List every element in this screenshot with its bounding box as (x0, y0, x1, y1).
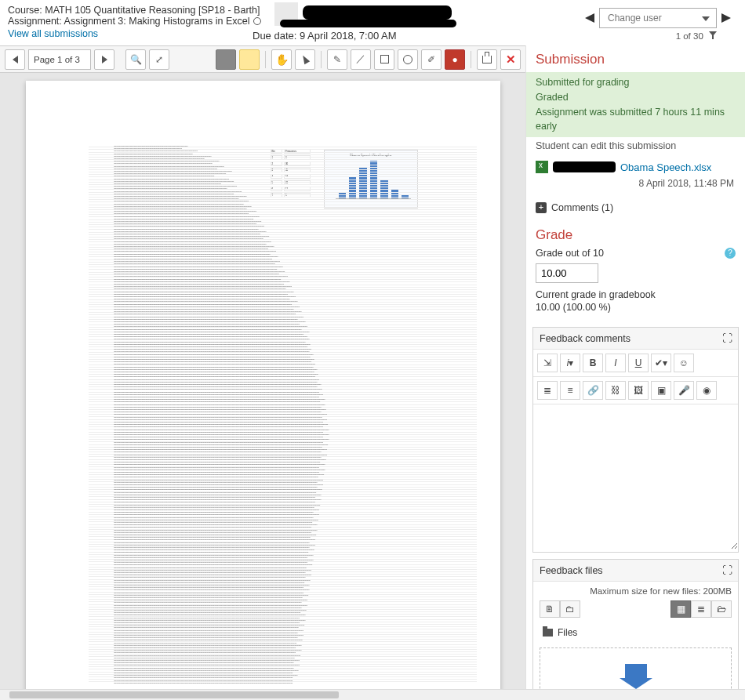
add-file-button[interactable]: 🗎 (540, 600, 560, 618)
rectangle-tool[interactable] (374, 49, 394, 70)
toolbar-toggle-button[interactable]: ⇲ (537, 354, 558, 372)
plus-icon: + (536, 202, 547, 213)
next-page-button[interactable] (94, 49, 114, 70)
ol-button[interactable]: ≡ (560, 381, 580, 400)
image-button[interactable]: 🖼 (628, 381, 649, 400)
media-button[interactable]: ▣ (651, 381, 671, 400)
max-size-label: Maximum size for new files: 200MB (533, 582, 738, 596)
scrollbar-thumb[interactable] (9, 691, 339, 698)
italic-button[interactable]: I (605, 354, 626, 372)
add-folder-button[interactable]: 🗀 (560, 600, 580, 618)
feedback-comments-panel: Feedback comments ⛶ ⇲ i▾ B I U ✔▾ ☺ ≣ ≡ … (532, 327, 739, 553)
highlight-tool[interactable]: ✐ (421, 49, 442, 70)
view-tree-button[interactable]: 🗁 (711, 600, 732, 618)
feedback-textarea[interactable] (533, 404, 738, 549)
redacted-username (303, 5, 452, 20)
record-video-button[interactable]: ◉ (696, 381, 717, 400)
feedback-files-label: Feedback files (540, 565, 603, 576)
oval-tool[interactable] (398, 49, 418, 70)
page-indicator[interactable]: Page 1 of 3 (28, 49, 91, 70)
view-all-submissions-link[interactable]: View all submissions (8, 28, 98, 39)
files-root-row[interactable]: Files (540, 624, 732, 641)
gear-icon[interactable] (253, 16, 262, 26)
pdf-toolbar: Page 1 of 3 🔍 ⤢ ✋ ✎ ／ ✐ ● ✕ (0, 46, 525, 73)
file-date: 8 April 2018, 11:48 PM (526, 176, 745, 197)
next-user-button[interactable] (721, 13, 736, 23)
pen-tool[interactable]: ✎ (327, 49, 347, 70)
submission-editable-note: Student can edit this submission (526, 137, 745, 158)
drop-tool[interactable]: ● (445, 49, 465, 70)
ul-button[interactable]: ≣ (537, 381, 558, 400)
submitted-file-link[interactable]: Obama Speech.xlsx (620, 161, 711, 173)
expand-icon[interactable]: ⛶ (722, 332, 732, 344)
hand-tool[interactable]: ✋ (271, 49, 292, 70)
comments-toggle[interactable]: + Comments (1) (526, 197, 745, 221)
feedback-files-panel: Feedback files ⛶ Maximum size for new fi… (532, 559, 739, 700)
assignment-breadcrumb[interactable]: Assignment: Assignment 3: Making Histogr… (8, 16, 249, 27)
bold-button[interactable]: B (583, 354, 603, 372)
comment-color-yellow[interactable] (239, 49, 260, 70)
expand-button[interactable]: ⤢ (149, 49, 169, 70)
emoji-button[interactable]: ☺ (674, 354, 694, 372)
change-user-select[interactable]: Change user (599, 8, 717, 28)
link-button[interactable]: 🔗 (583, 381, 603, 400)
expand-icon[interactable]: ⛶ (722, 564, 732, 576)
view-icons-button[interactable]: ▦ (670, 600, 691, 618)
gradebook-label: Current grade in gradebook (536, 289, 736, 300)
download-arrow-icon (625, 664, 647, 678)
redacted-email (280, 20, 456, 27)
record-audio-button[interactable]: 🎤 (674, 381, 694, 400)
feedback-comments-label: Feedback comments (540, 333, 631, 344)
editor-toolbar: ⇲ i▾ B I U ✔▾ ☺ (533, 350, 738, 377)
document-viewer: Page 1 of 3 🔍 ⤢ ✋ ✎ ／ ✐ ● ✕ (0, 45, 525, 700)
grade-input[interactable] (536, 263, 598, 283)
submission-heading: Submission (526, 45, 745, 72)
user-count: 1 of 30 (676, 31, 703, 41)
prev-page-button[interactable] (5, 49, 25, 70)
filter-icon[interactable] (709, 31, 717, 39)
close-annot-button[interactable]: ✕ (500, 49, 521, 70)
pdf-page[interactable]: BinFrequency 18230 345454 526612 75 Obam… (26, 81, 500, 700)
gradebook-value: 10.00 (100.00 %) (536, 302, 736, 313)
horizontal-scrollbar[interactable] (0, 689, 745, 700)
brush-button[interactable]: ✔▾ (651, 354, 671, 372)
unlink-button[interactable]: ⛓ (605, 381, 626, 400)
xlsx-icon (536, 161, 548, 173)
grade-out-of-label: Grade out of 10 (536, 248, 604, 259)
grade-heading: Grade (526, 221, 745, 248)
line-tool[interactable]: ／ (351, 49, 371, 70)
comment-color-dark[interactable] (216, 49, 236, 70)
styles-button[interactable]: i▾ (560, 354, 580, 372)
select-tool[interactable] (295, 49, 315, 70)
user-block (274, 2, 298, 26)
underline-button[interactable]: U (628, 354, 649, 372)
prev-user-button[interactable] (580, 13, 594, 23)
stamp-tool[interactable] (477, 49, 497, 70)
submission-status: Submitted for grading Graded Assignment … (526, 72, 745, 137)
redacted-filename (553, 161, 616, 172)
help-icon[interactable]: ? (725, 248, 736, 259)
view-details-button[interactable]: ≣ (691, 600, 711, 618)
folder-icon (543, 629, 553, 637)
due-date: Due date: 9 April 2018, 7:00 AM (253, 30, 397, 42)
search-button[interactable]: 🔍 (125, 49, 146, 70)
